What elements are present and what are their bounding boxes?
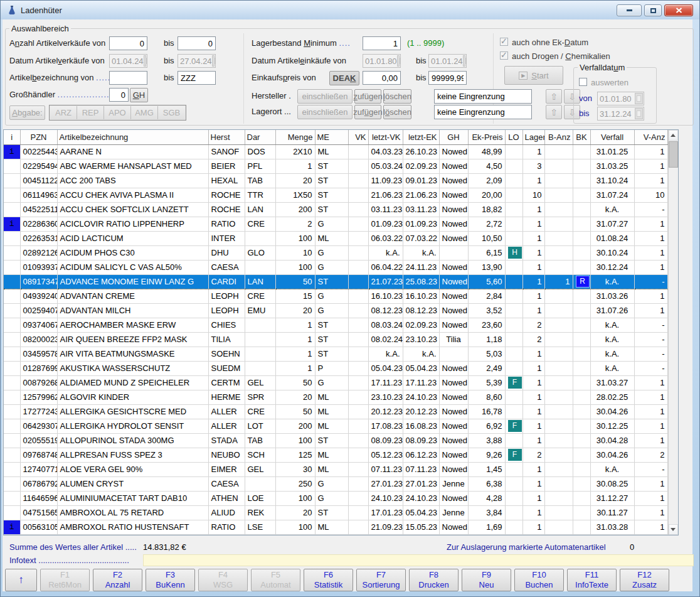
- verfall-von-field[interactable]: 01.01.80: [597, 92, 644, 105]
- table-row[interactable]: 02892126ACIDUM PHOS C30DHUGLO10Gk.A.k.A.…: [4, 245, 667, 260]
- fkey-f10-button[interactable]: F10Buchen: [514, 569, 564, 591]
- table-row[interactable]: 08200023AIR QUEEN BREEZE FFP2 MASKTILIA1…: [4, 332, 667, 347]
- column-header-pzn[interactable]: PZN: [20, 130, 57, 144]
- fkey-f6-button[interactable]: F6Statistik: [304, 569, 353, 591]
- table-row[interactable]: 12579962ALGOVIR KINDERHERMESPR20ML23.10.…: [4, 390, 667, 404]
- scroll-up-button[interactable]: [669, 130, 679, 141]
- abgabe-button[interactable]: Abgabe:: [9, 105, 45, 120]
- table-row[interactable]: 00259407ADVANTAN MILCHLEOPHEMU20G08.12.2…: [4, 303, 667, 318]
- table-row[interactable]: 02295494ABC WAERME HANSAPLAST MEDBEIERPF…: [4, 159, 667, 173]
- scrollbar-thumb[interactable]: [669, 141, 679, 168]
- anzahl-bis-input[interactable]: [178, 36, 216, 50]
- column-header-herst[interactable]: Herst: [208, 130, 245, 144]
- datum-ek-von-field[interactable]: 01.01.80: [363, 54, 401, 68]
- table-row[interactable]: 06786792ALUMEN CRYSTCAESA250G27.01.2327.…: [4, 476, 667, 491]
- artikelbez-von-input[interactable]: [109, 71, 147, 85]
- table-row[interactable]: 04522511ACCU CHEK SOFTCLIX LANZETTROCHEL…: [4, 202, 667, 217]
- column-header-letzt_vk[interactable]: letzt-VK: [368, 130, 403, 144]
- calendar-button[interactable]: [212, 55, 215, 67]
- lagerort-zufuegen-button[interactable]: zufügen: [354, 105, 381, 119]
- column-header-name[interactable]: Artikelbezeichnung: [57, 130, 208, 144]
- lagerbestand-input[interactable]: [363, 36, 401, 50]
- fkey-f7-button[interactable]: F7Sortierung: [356, 569, 406, 591]
- table-row[interactable]: 02263531ACID LACTICUMINTER100ML06.03.220…: [4, 231, 667, 245]
- column-header-letzt_ek[interactable]: letzt-EK: [403, 130, 439, 144]
- datum-vk-bis-field[interactable]: 27.04.24: [178, 54, 216, 68]
- abgabe-option-amg[interactable]: AMG: [131, 106, 158, 119]
- grosshaendler-input[interactable]: [109, 88, 129, 102]
- ekpreis-bis-input[interactable]: [428, 71, 467, 85]
- table-row[interactable]: 12740771ALOE VERA GEL 90%EIMERGEL30ML07.…: [4, 462, 667, 476]
- table-row[interactable]: 09768748ALLPRESAN FUSS SPEZ 3NEUBOSCH125…: [4, 448, 667, 462]
- deak-button[interactable]: DEAK: [329, 71, 359, 85]
- calendar-button[interactable]: [144, 55, 146, 67]
- calendar-button[interactable]: [463, 55, 465, 67]
- column-header-lager[interactable]: Lager: [522, 130, 544, 144]
- scroll-top-button[interactable]: ↑: [5, 569, 37, 591]
- fkey-f11-button[interactable]: F11InfoTexte: [567, 569, 617, 591]
- anzahl-von-input[interactable]: [109, 36, 147, 50]
- column-header-me[interactable]: ME: [315, 130, 348, 144]
- abgabe-option-arz[interactable]: ARZ: [50, 106, 77, 119]
- table-row[interactable]: 17277243ALLERGIKA GESICHTSCRE MEDALLERCR…: [4, 404, 667, 419]
- fkey-f3-button[interactable]: F3BuKenn: [146, 569, 195, 591]
- table-row[interactable]: 00451122ACC 200 TABSHEXALTAB20ST11.09.23…: [4, 173, 667, 188]
- fkey-f4-button[interactable]: F4WSG: [198, 569, 248, 591]
- hersteller-einschliessen-button[interactable]: einschließen: [297, 89, 353, 104]
- column-header-dar[interactable]: Dar: [245, 130, 275, 144]
- restore-button[interactable]: [644, 4, 662, 16]
- table-row[interactable]: 11646596ALUMINIUMACETAT TART DAB10ATHENL…: [4, 491, 667, 505]
- lagerort-einschliessen-button[interactable]: einschließen: [297, 105, 353, 119]
- column-header-lo[interactable]: LO: [505, 130, 522, 144]
- ohne-ek-datum-checkbox[interactable]: [500, 38, 508, 46]
- table-row[interactable]: 01287699AKUSTIKA WASSERSCHUTZSUEDM1P05.0…: [4, 361, 667, 375]
- abgabe-option-sgb[interactable]: SGB: [158, 106, 185, 119]
- hersteller-filter-field[interactable]: keine Eingrenzung: [434, 89, 532, 104]
- table-row[interactable]: 04751565AMBROXOL AL 75 RETARDALIUDREK20S…: [4, 505, 667, 520]
- column-header-gh[interactable]: GH: [439, 130, 468, 144]
- fkey-f1-button[interactable]: F1Ret6Mon: [40, 569, 90, 591]
- hersteller-up-button[interactable]: ⇧: [546, 89, 562, 104]
- table-row[interactable]: i02286360ACICLOVIR RATIO LIPPENHERPRATIO…: [4, 217, 667, 231]
- datum-ek-bis-field[interactable]: 01.01.24: [428, 54, 467, 68]
- calendar-button[interactable]: [635, 108, 643, 119]
- artikelbez-bis-input[interactable]: [178, 71, 216, 85]
- column-header-v_anz[interactable]: V-Anz: [634, 130, 667, 144]
- calendar-button[interactable]: [635, 93, 643, 104]
- column-header-ek_preis[interactable]: Ek-Preis: [468, 130, 505, 144]
- table-row[interactable]: 03459578AIR VITA BEATMUNGSMASKESOEHN1STk…: [4, 347, 667, 361]
- column-header-marker[interactable]: i: [4, 130, 20, 144]
- hersteller-loeschen-button[interactable]: löschen: [383, 89, 411, 104]
- column-header-bk[interactable]: BK: [573, 130, 590, 144]
- datum-vk-von-field[interactable]: 01.04.24: [109, 54, 147, 68]
- table-row[interactable]: 04939240ADVANTAN CREMELEOPHCRE15G16.10.2…: [4, 289, 667, 303]
- table-row[interactable]: i00225443AARANE NSANOFDOS2X10ML04.03.232…: [4, 144, 667, 159]
- fkey-f5-button[interactable]: F5Automat: [251, 569, 300, 591]
- calendar-button[interactable]: [397, 55, 400, 67]
- table-row[interactable]: 09374067AEROCHAMBER MASKE ERWCHIES1ST08.…: [4, 318, 667, 332]
- vertical-scrollbar[interactable]: [668, 130, 679, 535]
- table-row[interactable]: 01093937ACIDUM SALICYL C VAS AL50%CAESA1…: [4, 260, 667, 274]
- fkey-f12-button[interactable]: F12Zusatz: [620, 569, 669, 591]
- drogen-chemikalien-checkbox[interactable]: [500, 51, 508, 60]
- table-row[interactable]: 06114963ACCU CHEK AVIVA PLASMA IIROCHETT…: [4, 188, 667, 202]
- scroll-down-button[interactable]: [669, 524, 679, 535]
- column-header-vk[interactable]: VK: [348, 130, 368, 144]
- table-row[interactable]: 08917347ADVANCE MONOME EINW LANZ GCARDIL…: [4, 274, 667, 289]
- abgabe-option-apo[interactable]: APO: [104, 106, 131, 119]
- ekpreis-von-input[interactable]: [363, 71, 401, 85]
- infotext-field[interactable]: [143, 554, 694, 566]
- lagerort-loeschen-button[interactable]: löschen: [383, 105, 411, 119]
- minimize-button[interactable]: [617, 4, 642, 16]
- table-row[interactable]: 06429307ALLERGIKA HYDROLOT SENSITALLERLO…: [4, 419, 667, 433]
- lagerort-filter-field[interactable]: keine Eingrenzung: [434, 105, 532, 119]
- table-row[interactable]: 00879268ALDIAMED MUND Z SPEICHELERCERTMG…: [4, 375, 667, 390]
- fkey-f8-button[interactable]: F8Drucken: [409, 569, 459, 591]
- column-header-b_anz[interactable]: B-Anz: [544, 130, 573, 144]
- close-button[interactable]: [664, 4, 693, 16]
- hersteller-zufuegen-button[interactable]: zufügen: [354, 89, 381, 104]
- fkey-f2-button[interactable]: F2Anzahl: [93, 569, 142, 591]
- column-header-verfall[interactable]: Verfall: [590, 130, 634, 144]
- table-row[interactable]: i00563105AMBROXOL RATIO HUSTENSAFTRATIOL…: [4, 520, 667, 534]
- fkey-f9-button[interactable]: F9Neu: [462, 569, 511, 591]
